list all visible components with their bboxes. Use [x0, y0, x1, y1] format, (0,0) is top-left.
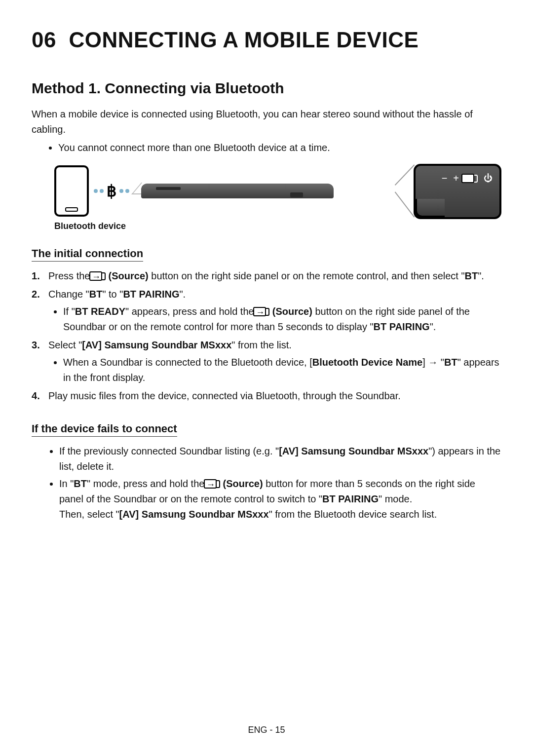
fails-heading: If the device fails to connect [32, 422, 177, 437]
source-icon [465, 175, 478, 183]
soundbar-zoom: − + ⏻ [414, 164, 501, 219]
step-3-sub: When a Soundbar is connected to the Blue… [48, 355, 501, 385]
page-number: ENG - 15 [0, 725, 533, 735]
section-title: 06 CONNECTING A MOBILE DEVICE [32, 28, 501, 52]
bluetooth-signal: ฿ [94, 182, 129, 200]
phone-icon [54, 165, 89, 217]
section-title-text: CONNECTING A MOBILE DEVICE [69, 28, 419, 52]
method-title: Method 1. Connecting via Bluetooth [32, 80, 501, 97]
zoom-callout-lines [395, 164, 415, 218]
connection-diagram: ฿ − + ⏻ [32, 164, 501, 218]
step-3: Select "[AV] Samsung Soundbar MSxxx" fro… [32, 338, 501, 385]
bluetooth-icon: ฿ [107, 182, 116, 200]
manual-page: 06 CONNECTING A MOBILE DEVICE Method 1. … [0, 0, 533, 756]
step-1: Press the (Source) button on the right s… [32, 268, 501, 284]
section-number: 06 [32, 28, 56, 52]
minus-icon: − [442, 173, 448, 184]
fails-bullets: If the previously connected Soundbar lis… [32, 444, 501, 522]
device-label: Bluetooth device [32, 221, 501, 231]
source-icon [257, 308, 269, 316]
soundbar-icon [141, 184, 334, 198]
method-note: You cannot connect more than one Bluetoo… [58, 140, 501, 155]
method-notes: You cannot connect more than one Bluetoo… [32, 140, 501, 155]
svg-line-0 [395, 165, 414, 185]
fails-bullet-2: In "BT" mode, press and hold the (Source… [59, 476, 501, 522]
initial-steps: Press the (Source) button on the right s… [32, 268, 501, 404]
initial-heading: The initial connection [32, 247, 143, 262]
method-intro: When a mobile device is connected using … [32, 107, 501, 137]
step-2-sub: If "BT READY" appears, press and hold th… [48, 304, 501, 335]
fails-bullet-1: If the previously connected Soundbar lis… [59, 444, 501, 474]
source-icon [207, 480, 220, 488]
step-4: Play music files from the device, connec… [32, 388, 501, 404]
zoom-foot [415, 199, 445, 218]
plus-icon: + [453, 173, 459, 184]
source-icon [93, 272, 106, 280]
step-2-sub-item: If "BT READY" appears, press and hold th… [63, 304, 501, 335]
svg-line-1 [395, 192, 414, 217]
power-icon: ⏻ [484, 173, 493, 184]
step-3-sub-item: When a Soundbar is connected to the Blue… [63, 355, 501, 385]
step-2: Change "BT" to "BT PAIRING". If "BT READ… [32, 287, 501, 335]
soundbar-group [134, 184, 334, 198]
